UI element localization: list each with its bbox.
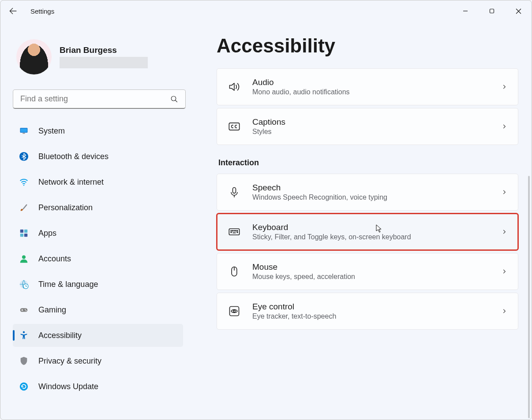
sidebar-item-label: Apps [38, 229, 56, 238]
mouse-icon [228, 265, 241, 278]
card-subtitle: Mono audio, audio notifications [252, 88, 490, 96]
setting-card-speech[interactable]: Speech Windows Speech Recognition, voice… [217, 174, 518, 211]
svg-rect-22 [233, 188, 236, 193]
search-icon [170, 95, 178, 103]
setting-card-mouse[interactable]: Mouse Mouse keys, speed, acceleration [217, 253, 518, 290]
speaker-icon [228, 81, 241, 93]
cc-icon [228, 120, 241, 133]
search-box[interactable] [13, 89, 186, 109]
update-icon [19, 382, 29, 391]
svg-rect-11 [20, 234, 23, 237]
card-subtitle: Mouse keys, speed, acceleration [252, 273, 490, 281]
monitor-icon [19, 126, 29, 136]
card-subtitle: Eye tracker, text-to-speech [252, 312, 490, 320]
chevron-right-icon [501, 84, 507, 90]
svg-rect-10 [24, 230, 27, 233]
sidebar-item-accounts[interactable]: Accounts [13, 247, 183, 270]
sidebar-item-personalization[interactable]: Personalization [13, 196, 183, 219]
back-button[interactable] [8, 7, 26, 15]
sidebar-item-label: Time & language [38, 280, 98, 289]
chevron-right-icon [501, 229, 507, 235]
settings-window: Settings Brian Burgess [0, 0, 532, 420]
window-controls [452, 2, 532, 20]
svg-point-28 [237, 230, 238, 231]
svg-point-27 [236, 230, 236, 231]
chevron-right-icon [501, 189, 507, 195]
svg-point-20 [20, 383, 28, 390]
avatar [16, 39, 52, 74]
svg-rect-5 [21, 129, 27, 132]
sidebar-item-privacy-security[interactable]: Privacy & security [13, 349, 183, 372]
svg-point-35 [233, 310, 236, 312]
sidebar-item-label: Accessibility [38, 331, 82, 340]
setting-card-keyboard[interactable]: Keyboard Sticky, Filter, and Toggle keys… [217, 213, 518, 250]
mic-icon [228, 186, 241, 198]
card-title: Speech [252, 183, 490, 193]
svg-rect-16 [20, 308, 28, 312]
setting-card-eye-control[interactable]: Eye control Eye tracker, text-to-speech [217, 293, 518, 330]
svg-point-19 [23, 331, 25, 333]
shield-icon [19, 356, 29, 366]
setting-card-captions[interactable]: Captions Styles [217, 108, 518, 145]
svg-rect-23 [229, 229, 239, 235]
sidebar-item-accessibility[interactable]: Accessibility [13, 324, 183, 347]
svg-point-17 [25, 309, 26, 310]
svg-rect-9 [20, 230, 23, 233]
maximize-button[interactable] [479, 2, 505, 20]
gamepad-icon [19, 305, 29, 315]
sidebar-item-network-internet[interactable]: Network & internet [13, 171, 183, 193]
close-button[interactable] [505, 2, 532, 20]
sidebar-item-label: Privacy & security [38, 357, 101, 366]
svg-point-25 [232, 230, 233, 231]
svg-point-24 [231, 230, 232, 231]
main-content: Accessibility Audio Mono audio, audio no… [195, 22, 532, 420]
sidebar: Brian Burgess System Bluetooth & devices… [0, 22, 195, 420]
card-title: Mouse [252, 262, 490, 272]
titlebar: Settings [0, 0, 532, 22]
setting-card-audio[interactable]: Audio Mono audio, audio notifications [217, 68, 518, 105]
svg-point-13 [22, 255, 26, 259]
nav: System Bluetooth & devices Network & int… [13, 119, 186, 420]
person-icon [19, 254, 29, 264]
scrollbar[interactable] [528, 176, 530, 418]
svg-rect-12 [24, 234, 27, 237]
sidebar-item-windows-update[interactable]: Windows Update [13, 375, 183, 398]
card-subtitle: Sticky, Filter, and Toggle keys, on-scre… [252, 233, 490, 241]
brush-icon [19, 203, 29, 212]
sidebar-item-label: Network & internet [38, 178, 104, 187]
card-subtitle: Windows Speech Recognition, voice typing [252, 193, 490, 201]
sidebar-item-apps[interactable]: Apps [13, 222, 183, 245]
sidebar-item-label: System [38, 126, 65, 136]
chevron-right-icon [501, 123, 507, 130]
card-title: Keyboard [252, 223, 490, 232]
clock-globe-icon [19, 279, 29, 289]
sidebar-item-label: Personalization [38, 203, 93, 212]
svg-point-18 [26, 310, 26, 311]
chevron-right-icon [501, 308, 507, 314]
svg-rect-1 [490, 9, 494, 13]
svg-point-26 [234, 230, 235, 231]
sidebar-item-label: Bluetooth & devices [38, 152, 109, 161]
user-name: Brian Burgess [60, 45, 186, 55]
sidebar-item-label: Windows Update [38, 382, 98, 391]
user-email-redacted [60, 57, 148, 68]
accessibility-icon [19, 331, 29, 340]
user-profile[interactable]: Brian Burgess [13, 26, 186, 88]
window-title: Settings [30, 7, 54, 15]
eye-icon [228, 305, 241, 317]
card-subtitle: Styles [252, 128, 490, 136]
minimize-button[interactable] [452, 2, 479, 20]
chevron-right-icon [501, 268, 507, 275]
search-input[interactable] [20, 94, 170, 104]
sidebar-item-bluetooth-devices[interactable]: Bluetooth & devices [13, 145, 183, 168]
card-title: Captions [252, 117, 490, 127]
card-title: Audio [252, 78, 490, 87]
sidebar-item-system[interactable]: System [13, 119, 183, 142]
svg-point-30 [237, 232, 238, 233]
card-title: Eye control [252, 302, 490, 312]
svg-point-29 [231, 232, 232, 233]
sidebar-item-gaming[interactable]: Gaming [13, 298, 183, 321]
sidebar-item-time-language[interactable]: Time & language [13, 273, 183, 296]
section-header: Interaction [218, 158, 518, 167]
bluetooth-icon [19, 152, 29, 161]
